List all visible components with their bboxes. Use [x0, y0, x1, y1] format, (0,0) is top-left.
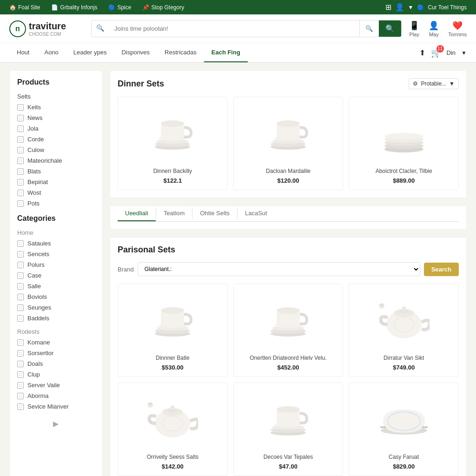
topbar-item-foal[interactable]: 🏠 Foal Site — [9, 4, 40, 11]
product-name: Onertlen Driateonrd Hielv Velu. — [239, 355, 337, 361]
sidebar-category-item[interactable]: □Case — [17, 270, 94, 281]
tab-lacasut[interactable]: LacaSut — [238, 206, 275, 221]
wishlist-action[interactable]: ❤️ Torrnms — [448, 20, 467, 37]
sidebar-category-item[interactable]: □Server Vaile — [17, 380, 94, 390]
search-input[interactable] — [109, 20, 359, 37]
circle-icon: 🔵 — [108, 4, 115, 11]
product-image — [124, 103, 222, 163]
sidebar-product-item[interactable]: □News — [17, 112, 94, 123]
sidebar-product-item[interactable]: □Corde — [17, 134, 94, 145]
parisonal-product-card[interactable]: Dirratur Van Sikt $749.00 — [349, 284, 459, 377]
sidebar-product-item[interactable]: □Bepiriat — [17, 177, 94, 187]
product-name: Dinnner Batle — [124, 355, 222, 361]
tab-ohtie-selts[interactable]: Ohtie Selts — [192, 206, 237, 221]
dinner-product-card[interactable]: Dacloan Mardalile $120.00 — [233, 97, 344, 190]
nav-item-leader[interactable]: Leader ypes — [66, 43, 114, 62]
dinner-products-grid: Dinnerr Backilly $122.1 Dacloan Mardalil… — [118, 97, 459, 190]
nav-item-disponves[interactable]: Disponves — [114, 43, 157, 62]
home-icon: 🏠 — [9, 4, 16, 11]
sort-select[interactable]: ⚙ Protabie... ▼ — [409, 78, 459, 89]
product-price: $122.1 — [124, 177, 222, 184]
svg-point-42 — [170, 405, 175, 410]
dinner-sets-title: Dinner Sets — [118, 79, 164, 89]
parisonal-search-button[interactable]: Search — [424, 263, 459, 276]
dinner-sets-header: Dinner Sets ⚙ Protabie... ▼ — [118, 78, 459, 89]
sort-dropdown-icon: ▼ — [449, 80, 455, 87]
sidebar-category-item[interactable]: □Salle — [17, 281, 94, 291]
sidebar-category-item[interactable]: □Sevice Mianver — [17, 401, 94, 412]
sidebar-category-item[interactable]: □Satauies — [17, 238, 94, 249]
sidebar-product-item[interactable]: □Keits — [17, 102, 94, 112]
product-image — [355, 290, 453, 350]
header: n traviture CHOOSE COM 🔍 🔍 🔍 📱 Play 👤 Ma… — [0, 14, 476, 43]
tab-ueedliali[interactable]: Ueedliali — [118, 206, 156, 221]
cart-icon[interactable]: 🛒 11 — [431, 48, 441, 58]
dropdown-icon[interactable]: ▼ — [408, 4, 414, 11]
sidebar-product-item[interactable]: □Wost — [17, 187, 94, 198]
product-price: $47.00 — [239, 463, 337, 470]
checkbox-icon: □ — [17, 136, 24, 143]
sidebar-category-item[interactable]: □Boviols — [17, 291, 94, 302]
sidebar-category-item[interactable]: □Komane — [17, 337, 94, 348]
sidebar-category-item[interactable]: □Clup — [17, 369, 94, 380]
checkbox-icon: □ — [17, 179, 24, 185]
filter-label: Brand — [118, 266, 134, 273]
filter-bar: Brand Glateriant.: Search — [118, 262, 459, 276]
sidebar-product-item[interactable]: □Jola — [17, 123, 94, 134]
play-icon: 📱 — [409, 20, 419, 31]
parisonal-product-card[interactable]: Casy Faruat $829.00 — [349, 383, 459, 476]
product-name: Dirratur Van Sikt — [355, 355, 453, 361]
nav-item-restricadas[interactable]: Restricadas — [157, 43, 204, 62]
sidebar-product-item[interactable]: □Mateorichale — [17, 155, 94, 166]
sidebar-product-item[interactable]: □Culow — [17, 145, 94, 155]
user-action[interactable]: 👤 May — [429, 20, 439, 37]
search-icon-btn[interactable]: 🔍 — [359, 20, 379, 37]
category-checkbox-icon: □ — [17, 339, 24, 346]
search-icon-left: 🔍 — [92, 20, 109, 37]
nav-item-aono[interactable]: Aono — [37, 43, 66, 62]
product-image — [239, 389, 337, 449]
logo[interactable]: n traviture CHOOSE COM — [9, 20, 84, 37]
search-bar: 🔍 🔍 🔍 — [91, 20, 402, 37]
parisonal-product-card[interactable]: Decoes Var Tepales $47.00 — [233, 383, 344, 476]
checkbox-icon: □ — [17, 168, 24, 175]
parisonal-product-card[interactable]: Orriveity Seess Salts $142.00 — [118, 383, 228, 476]
din-label[interactable]: Din — [447, 49, 456, 56]
parisonal-product-card[interactable]: Onertlen Driateonrd Hielv Velu. $452.00 — [233, 284, 344, 377]
sidebar-category-item[interactable]: □Seunges — [17, 302, 94, 313]
sidebar-category-item[interactable]: □Polurs — [17, 259, 94, 270]
topbar-item-stop[interactable]: 📌 Stop Gtegory — [142, 4, 184, 11]
play-action[interactable]: 📱 Play — [409, 20, 419, 37]
sidebar-category-item[interactable]: □Doals — [17, 358, 94, 369]
nav-item-each[interactable]: Each Fing — [204, 43, 248, 62]
svg-point-16 — [384, 133, 423, 139]
sidebar-expand-icon[interactable]: ▶ — [53, 420, 59, 428]
product-price: $749.00 — [355, 364, 453, 371]
svg-rect-37 — [148, 403, 152, 405]
nav-item-hout[interactable]: Hout — [9, 43, 37, 62]
sidebar-category-item[interactable]: □Baddels — [17, 313, 94, 324]
circle2-icon: 🔵 — [417, 4, 424, 11]
category-checkbox-icon: □ — [17, 382, 24, 389]
search-green-button[interactable]: 🔍 — [379, 20, 401, 37]
product-name: Decoes Var Tepales — [239, 454, 337, 460]
sort-label: Protabie... — [421, 80, 446, 87]
topbar-item-grbality[interactable]: 📄 Grbality Infonjs — [51, 4, 97, 11]
tab-teatlom[interactable]: Teatlom — [156, 206, 192, 221]
nav-right: ⬆ 🛒 11 Din ▼ — [419, 48, 467, 58]
sidebar-product-item[interactable]: □Blats — [17, 166, 94, 177]
sidebar-product-item[interactable]: □Pots — [17, 198, 94, 209]
dinner-product-card[interactable]: Dinnerr Backilly $122.1 — [118, 97, 228, 190]
top-bar: 🏠 Foal Site 📄 Grbality Infonjs 🔵 Spice 📌… — [0, 0, 476, 14]
topbar-item-spice[interactable]: 🔵 Spice — [108, 4, 131, 11]
sidebar-category-item[interactable]: □Aborma — [17, 390, 94, 401]
category-checkbox-icon: □ — [17, 393, 24, 399]
parisonal-product-card[interactable]: Dinnner Batle $530.00 — [118, 284, 228, 377]
sidebar-category-item[interactable]: □Sencets — [17, 249, 94, 259]
product-name: Orriveity Seess Salts — [124, 454, 222, 460]
dropdown-nav-icon[interactable]: ▼ — [461, 50, 467, 56]
share-icon[interactable]: ⬆ — [419, 48, 425, 57]
brand-filter-select[interactable]: Glateriant.: — [138, 262, 420, 276]
sidebar-category-item[interactable]: □Sorsertlor — [17, 348, 94, 358]
dinner-product-card[interactable]: Aboictrot Clacler, Tilbie $889.00 — [349, 97, 459, 190]
